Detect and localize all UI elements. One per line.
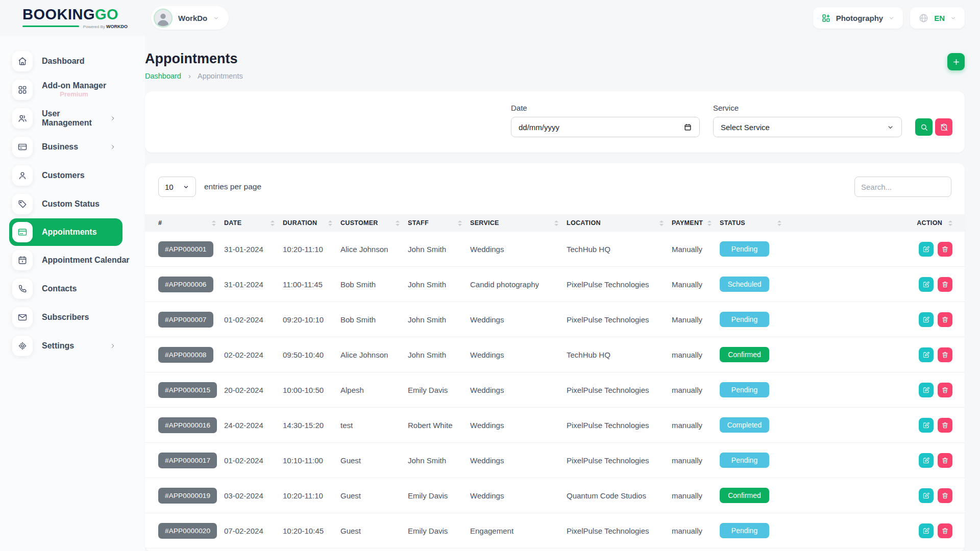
cell-staff: John Smith bbox=[408, 280, 470, 289]
date-filter-input[interactable]: dd/mm/yyyy bbox=[511, 117, 700, 137]
clipboard-slash-icon bbox=[940, 123, 948, 132]
sort-arrows-icon bbox=[659, 220, 664, 226]
cell-payment: manually bbox=[672, 386, 720, 394]
delete-appointment-button[interactable] bbox=[938, 277, 952, 292]
column-header-status[interactable]: STATUS bbox=[720, 219, 790, 227]
filter-reset-button[interactable] bbox=[935, 118, 952, 136]
cell-id: #APP000001 bbox=[145, 241, 224, 257]
edit-appointment-button[interactable] bbox=[919, 242, 934, 257]
cell-duration: 11:00-11:45 bbox=[283, 280, 340, 289]
page-size-select[interactable]: 10 bbox=[158, 177, 196, 197]
plus-icon bbox=[952, 58, 961, 66]
delete-appointment-button[interactable] bbox=[938, 383, 952, 397]
workspace-selector[interactable]: WorkDo bbox=[151, 6, 229, 30]
cell-id: #APP0000017 bbox=[145, 453, 224, 468]
table-toolbar: 10 entries per page bbox=[145, 177, 965, 214]
breadcrumb: Dashboard › Appointments bbox=[145, 72, 243, 80]
chevron-down-icon bbox=[887, 123, 894, 131]
edit-appointment-button[interactable] bbox=[919, 418, 934, 433]
users-icon bbox=[12, 108, 33, 129]
cell-id: #APP0000019 bbox=[145, 488, 224, 504]
cell-staff: Robert White bbox=[408, 421, 470, 430]
add-appointment-button[interactable] bbox=[947, 53, 965, 70]
cell-status: Pending bbox=[720, 382, 790, 397]
sidebar-item-subscribers[interactable]: Subscribers bbox=[12, 303, 145, 332]
sidebar-item-business[interactable]: Business bbox=[12, 133, 145, 161]
service-filter-select[interactable]: Select Service bbox=[713, 117, 902, 137]
card-icon bbox=[12, 222, 33, 242]
breadcrumb-dashboard-link[interactable]: Dashboard bbox=[145, 72, 181, 80]
column-header-customer[interactable]: CUSTOMER bbox=[340, 219, 408, 227]
delete-appointment-button[interactable] bbox=[938, 418, 952, 433]
page-title: Appointments bbox=[145, 51, 243, 67]
category-selector[interactable]: Photography bbox=[813, 7, 903, 29]
delete-appointment-button[interactable] bbox=[938, 453, 952, 468]
delete-appointment-button[interactable] bbox=[938, 312, 952, 327]
delete-appointment-button[interactable] bbox=[938, 242, 952, 257]
sort-arrows-icon bbox=[948, 220, 952, 226]
cell-date: 02-02-2024 bbox=[224, 350, 283, 359]
sidebar-nav: DashboardAdd-on ManagerPremiumUser Manag… bbox=[12, 47, 145, 360]
edit-appointment-button[interactable] bbox=[919, 523, 934, 538]
table-row: #APP00000701-02-202409:20-10:10Bob Smith… bbox=[145, 302, 965, 337]
status-badge: Pending bbox=[720, 312, 769, 327]
delete-appointment-button[interactable] bbox=[938, 523, 952, 538]
cell-service: Weddings bbox=[470, 421, 567, 430]
sort-arrows-icon bbox=[271, 220, 275, 226]
topbar-right: Photography EN bbox=[813, 7, 980, 29]
cell-payment: manually bbox=[672, 456, 720, 465]
column-header-service[interactable]: SERVICE bbox=[470, 219, 567, 227]
cell-customer: Guest bbox=[340, 527, 408, 535]
user-avatar bbox=[154, 9, 173, 28]
filter-search-button[interactable] bbox=[915, 118, 933, 136]
edit-appointment-button[interactable] bbox=[919, 383, 934, 397]
table-row: #APP000001701-02-202410:10-11:00GuestJoh… bbox=[145, 443, 965, 478]
sort-arrows-icon bbox=[458, 220, 462, 226]
cell-service: Weddings bbox=[470, 315, 567, 324]
appointment-id-badge: #APP0000017 bbox=[158, 453, 217, 468]
cell-actions bbox=[790, 488, 965, 503]
table-search-input[interactable] bbox=[854, 177, 951, 197]
edit-appointment-button[interactable] bbox=[919, 347, 934, 362]
page-size-value: 10 bbox=[165, 183, 174, 191]
sidebar-item-contacts[interactable]: Contacts bbox=[12, 274, 145, 303]
cell-service: Weddings bbox=[470, 491, 567, 500]
sidebar-item-appointments[interactable]: Appointments bbox=[9, 218, 122, 246]
column-header-location[interactable]: LOCATION bbox=[567, 219, 672, 227]
delete-appointment-button[interactable] bbox=[938, 347, 952, 362]
column-header-id[interactable]: # bbox=[145, 219, 224, 227]
cell-date: 01-02-2024 bbox=[224, 456, 283, 465]
sidebar-item-settings[interactable]: Settings bbox=[12, 332, 145, 360]
column-header-action[interactable]: ACTION bbox=[790, 219, 965, 227]
delete-appointment-button[interactable] bbox=[938, 488, 952, 503]
sidebar-item-dashboard[interactable]: Dashboard bbox=[12, 47, 145, 76]
column-header-staff[interactable]: STAFF bbox=[408, 219, 470, 227]
sidebar-item-customers[interactable]: Customers bbox=[12, 161, 145, 190]
sort-arrows-icon bbox=[212, 220, 216, 226]
cell-status: Completed bbox=[720, 417, 790, 433]
status-badge: Scheduled bbox=[720, 277, 769, 292]
column-header-payment[interactable]: PAYMENT bbox=[672, 219, 720, 227]
app-root: BOOKINGGO Powered By WORKDO WorkDo Photo… bbox=[0, 0, 980, 551]
edit-appointment-button[interactable] bbox=[919, 277, 934, 292]
edit-appointment-button[interactable] bbox=[919, 312, 934, 327]
sidebar-item-custom-status[interactable]: Custom Status bbox=[12, 190, 145, 218]
cell-id: #APP0000020 bbox=[145, 523, 224, 539]
edit-appointment-button[interactable] bbox=[919, 488, 934, 503]
cell-location: TechHub HQ bbox=[567, 350, 672, 359]
powered-by-brand: WORKDO bbox=[106, 24, 128, 29]
sidebar-item-appointment-calendar[interactable]: Appointment Calendar bbox=[12, 246, 145, 274]
sidebar-item-add-on-manager[interactable]: Add-on ManagerPremium bbox=[12, 76, 145, 104]
cell-staff: John Smith bbox=[408, 315, 470, 324]
cell-customer: test bbox=[340, 421, 408, 430]
column-header-duration[interactable]: DURATION bbox=[283, 219, 340, 227]
appointment-id-badge: #APP000001 bbox=[158, 241, 213, 257]
column-header-label: STAFF bbox=[408, 219, 429, 227]
cell-staff: John Smith bbox=[408, 245, 470, 254]
column-header-date[interactable]: DATE bbox=[224, 219, 283, 227]
column-header-label: DATE bbox=[224, 219, 241, 227]
language-selector[interactable]: EN bbox=[910, 7, 965, 29]
cell-service: Candid photography bbox=[470, 280, 567, 289]
sidebar-item-user-management[interactable]: User Management bbox=[12, 104, 145, 133]
edit-appointment-button[interactable] bbox=[919, 453, 934, 468]
